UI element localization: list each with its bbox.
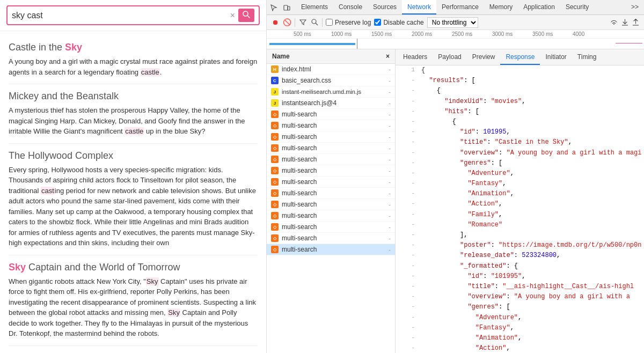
line-number: -: [400, 230, 415, 240]
file-item-multi-4[interactable]: ◇ multi-search -: [267, 143, 395, 154]
line-number: -: [400, 97, 415, 107]
tick-4000: 4000: [573, 31, 584, 37]
file-item-index-html[interactable]: H index.html -: [267, 64, 395, 75]
tab-performance[interactable]: Performance: [436, 0, 484, 14]
tick-500: 500 ms: [294, 31, 311, 37]
js-module-icon: ◇: [271, 178, 279, 186]
tab-preview[interactable]: Preview: [467, 49, 501, 65]
clear-icon[interactable]: ×: [230, 11, 235, 20]
tab-payload[interactable]: Payload: [433, 49, 466, 65]
devtools-toolbar: ⏺ 🚫 Preserve log Disable cache No thrott…: [267, 15, 644, 30]
js-module-icon: ◇: [271, 122, 279, 129]
json-line: - "overview": "A young boy and a girl wi…: [396, 292, 644, 302]
result-item[interactable]: Castle in the Sky A young boy and a girl…: [9, 35, 258, 84]
file-name: multi-search: [282, 111, 317, 118]
cursor-icon[interactable]: [269, 3, 279, 12]
line-number: -: [400, 343, 415, 353]
json-line: - "Fantasy",: [396, 323, 644, 333]
result-item[interactable]: Sky Captain and the World of Tomorrow Wh…: [9, 255, 258, 346]
file-item-multi-12[interactable]: ◇ multi-search -: [267, 233, 395, 244]
highlight-castle: castle: [141, 68, 160, 76]
search-input[interactable]: [12, 11, 230, 20]
file-item-multi-9[interactable]: ◇ multi-search -: [267, 199, 395, 210]
line-number: -: [400, 282, 415, 292]
tick-2500: 2500 ms: [452, 31, 472, 37]
tab-timing[interactable]: Timing: [572, 49, 602, 65]
js-module-icon: ◇: [271, 212, 279, 219]
tab-memory[interactable]: Memory: [484, 0, 518, 14]
result-item[interactable]: Mickey and the Beanstalk A mysterious th…: [9, 84, 258, 144]
line-number: -: [400, 313, 415, 323]
device-icon[interactable]: [282, 3, 291, 12]
clear-button[interactable]: 🚫: [283, 18, 291, 27]
file-item-multi-1[interactable]: ◇ multi-search -: [267, 109, 395, 120]
file-list: H index.html - C basic_search.css - J in…: [267, 64, 395, 353]
file-size: -: [389, 246, 391, 253]
file-list-panel: Name × H index.html - C basic_search.css…: [267, 49, 396, 353]
json-line: - "Fantasy",: [396, 179, 644, 189]
file-size: -: [389, 134, 391, 140]
disable-cache-checkbox[interactable]: Disable cache: [374, 19, 423, 26]
disable-cache-input[interactable]: [374, 19, 381, 26]
tab-application[interactable]: Application: [518, 0, 560, 14]
preserve-log-checkbox[interactable]: Preserve log: [326, 19, 371, 26]
json-line: - "Action",: [396, 343, 644, 353]
timeline-graph: [267, 39, 644, 49]
result-item[interactable]: The Hollywood Complex Every spring, Holl…: [9, 144, 258, 255]
line-number: -: [400, 148, 415, 158]
throttle-select[interactable]: No throttling Slow 3G Fast 3G: [427, 17, 478, 28]
file-item-css[interactable]: C basic_search.css -: [267, 75, 395, 86]
file-item-multi-2[interactable]: ◇ multi-search -: [267, 120, 395, 131]
json-content: "Action",: [421, 199, 640, 209]
file-item-multi-11[interactable]: ◇ multi-search -: [267, 222, 395, 233]
search-icon[interactable]: [310, 18, 319, 27]
tab-security[interactable]: Security: [560, 0, 594, 14]
preserve-log-input[interactable]: [326, 19, 333, 26]
css-icon: C: [271, 77, 279, 84]
file-item-multi-3[interactable]: ◇ multi-search -: [267, 131, 395, 143]
file-size: -: [389, 224, 391, 230]
file-item-multi-5[interactable]: ◇ multi-search -: [267, 154, 395, 165]
tab-elements[interactable]: Elements: [296, 0, 333, 14]
file-item-multi-10[interactable]: ◇ multi-search -: [267, 210, 395, 222]
file-item-multi-7[interactable]: ◇ multi-search -: [267, 176, 395, 188]
line-number: -: [400, 127, 415, 137]
import-icon[interactable]: [620, 18, 629, 27]
more-tabs-button[interactable]: >>: [628, 0, 642, 14]
export-icon[interactable]: [631, 18, 640, 27]
wifi-icon[interactable]: [610, 18, 618, 27]
file-size: -: [389, 201, 391, 208]
tab-headers[interactable]: Headers: [398, 49, 433, 65]
search-button[interactable]: [238, 9, 254, 22]
devtools-tabs: Elements Console Sources Network Perform…: [296, 0, 642, 14]
tab-initiator[interactable]: Initiator: [540, 49, 572, 65]
line-number: -: [400, 210, 415, 220]
line-number: -: [400, 302, 415, 312]
file-item-multi-8[interactable]: ◇ multi-search -: [267, 188, 395, 199]
json-line: - "hits": [: [396, 107, 644, 117]
svg-rect-3: [288, 6, 290, 10]
file-name: multi-search: [282, 234, 317, 242]
file-item-umd[interactable]: J instant-meilisearch.umd.min.js -: [267, 86, 395, 98]
json-content: "title": "__ais-highlight__Cast__/ais-hi…: [421, 282, 640, 292]
filter-button[interactable]: [298, 18, 307, 27]
line-number: -: [400, 240, 415, 251]
json-line: - "_formatted": {: [396, 261, 644, 271]
timeline-ruler: 500 ms 1000 ms 1500 ms 2000 ms 2500 ms 3…: [267, 30, 644, 39]
tab-response[interactable]: Response: [500, 49, 540, 65]
search-panel: × Castle in the Sky A young boy and a gi…: [0, 0, 267, 353]
record-stop-button[interactable]: ⏺: [271, 18, 280, 27]
file-list-close[interactable]: ×: [386, 53, 390, 60]
tab-console[interactable]: Console: [333, 0, 368, 14]
tick-3500: 3500 ms: [532, 31, 553, 37]
tab-network[interactable]: Network: [402, 0, 436, 14]
json-content: "Action",: [421, 343, 640, 353]
tab-sources[interactable]: Sources: [368, 0, 402, 14]
file-item-multi-13[interactable]: ◇ multi-search -: [267, 244, 395, 255]
file-item-instantsearch[interactable]: J instantsearch.js@4 -: [267, 98, 395, 109]
json-content: "Adventure",: [421, 313, 640, 323]
result-description: A mysterious thief has stolen the prospe…: [9, 105, 258, 137]
file-item-multi-6[interactable]: ◇ multi-search -: [267, 165, 395, 176]
js-module-icon: ◇: [271, 201, 279, 208]
line-number: -: [400, 199, 415, 209]
